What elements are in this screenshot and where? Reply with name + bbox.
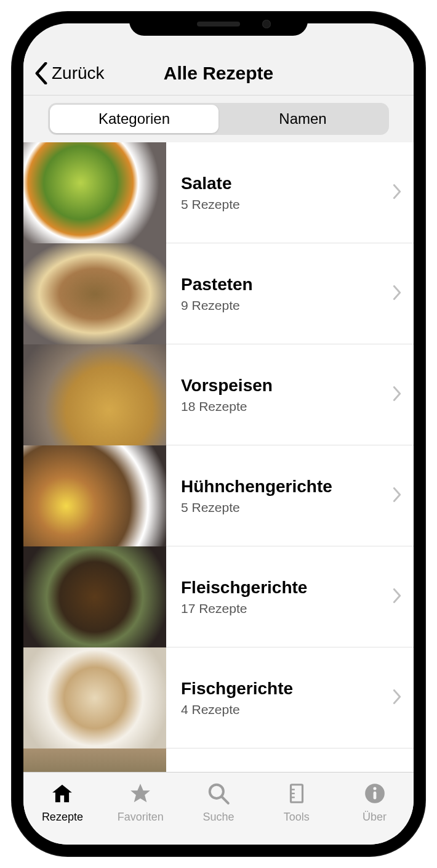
category-body: Salate 5 Rezepte <box>166 142 414 243</box>
category-title: Fleischgerichte <box>181 578 414 598</box>
category-thumbnail <box>23 647 166 748</box>
segment-kategorien[interactable]: Kategorien <box>50 105 218 133</box>
screen: Zurück Alle Rezepte Kategorien Namen Sal… <box>23 23 414 845</box>
star-icon <box>129 782 152 808</box>
category-title: Fischgerichte <box>181 679 414 699</box>
tab-tools[interactable]: Tools <box>257 773 335 832</box>
category-body: Pasteten 9 Rezepte <box>166 243 414 344</box>
category-row[interactable]: Fleischgerichte 17 Rezepte <box>23 546 414 647</box>
category-thumbnail <box>23 344 166 445</box>
device-notch <box>129 12 308 36</box>
tab-über[interactable]: Über <box>335 773 414 832</box>
category-row[interactable]: Fischgerichte 4 Rezepte <box>23 647 414 748</box>
category-row[interactable]: Salate 5 Rezepte <box>23 142 414 243</box>
category-thumbnail <box>23 243 166 344</box>
category-body: Vorspeisen 18 Rezepte <box>166 344 414 445</box>
home-icon <box>50 782 74 808</box>
category-title: Vorspeisen <box>181 376 414 395</box>
category-subtitle: 5 Rezepte <box>181 197 414 212</box>
category-title: Pasteten <box>181 275 414 294</box>
category-title: Hühnchengerichte <box>181 477 414 497</box>
svg-rect-8 <box>373 791 376 799</box>
search-icon <box>207 782 230 808</box>
category-thumbnail <box>23 445 166 546</box>
svg-point-7 <box>373 787 376 790</box>
category-subtitle: 4 Rezepte <box>181 702 414 717</box>
tab-label: Über <box>363 811 387 824</box>
back-label: Zurück <box>52 63 105 83</box>
category-subtitle: 18 Rezepte <box>181 399 414 414</box>
segmented-control-wrap: Kategorien Namen <box>23 95 414 142</box>
chevron-right-icon <box>393 386 401 404</box>
category-thumbnail <box>23 748 166 772</box>
back-button[interactable]: Zurück <box>23 62 105 84</box>
category-row[interactable]: Pasteten 9 Rezepte <box>23 243 414 344</box>
category-list[interactable]: Salate 5 Rezepte Pasteten 9 Rezepte Vors… <box>23 142 414 772</box>
chevron-right-icon <box>393 588 401 606</box>
beaker-icon <box>285 782 308 808</box>
tab-label: Tools <box>284 811 310 824</box>
info-icon <box>363 782 387 808</box>
category-subtitle: 9 Rezepte <box>181 298 414 313</box>
tab-suche[interactable]: Suche <box>180 773 258 832</box>
tab-label: Favoriten <box>118 811 164 824</box>
phone-frame: Zurück Alle Rezepte Kategorien Namen Sal… <box>12 12 425 856</box>
category-title: Salate <box>181 174 414 193</box>
tab-bar: Rezepte Favoriten Suche Tools Über <box>23 772 414 845</box>
chevron-right-icon <box>393 184 401 201</box>
category-row[interactable]: Hühnchengerichte 5 Rezepte <box>23 445 414 546</box>
category-subtitle: 17 Rezepte <box>181 601 414 616</box>
category-body: Fleischgerichte 17 Rezepte <box>166 546 414 647</box>
category-row[interactable]: Vorspeisen 18 Rezepte <box>23 344 414 445</box>
tab-label: Suche <box>202 811 234 824</box>
chevron-right-icon <box>393 285 401 302</box>
segmented-control: Kategorien Namen <box>48 103 389 135</box>
tab-rezepte[interactable]: Rezepte <box>23 773 102 832</box>
category-thumbnail <box>23 546 166 647</box>
svg-line-1 <box>222 796 228 803</box>
tab-favoriten[interactable]: Favoriten <box>102 773 180 832</box>
tab-label: Rezepte <box>42 811 83 824</box>
chevron-right-icon <box>393 487 401 505</box>
category-body: Hühnchengerichte 5 Rezepte <box>166 445 414 546</box>
nav-bar: Zurück Alle Rezepte <box>23 51 414 95</box>
chevron-right-icon <box>393 689 401 707</box>
category-body: Fischgerichte 4 Rezepte <box>166 647 414 748</box>
category-subtitle: 5 Rezepte <box>181 500 414 515</box>
chevron-left-icon <box>34 62 48 84</box>
segment-namen[interactable]: Namen <box>218 105 387 133</box>
category-thumbnail <box>23 142 166 243</box>
